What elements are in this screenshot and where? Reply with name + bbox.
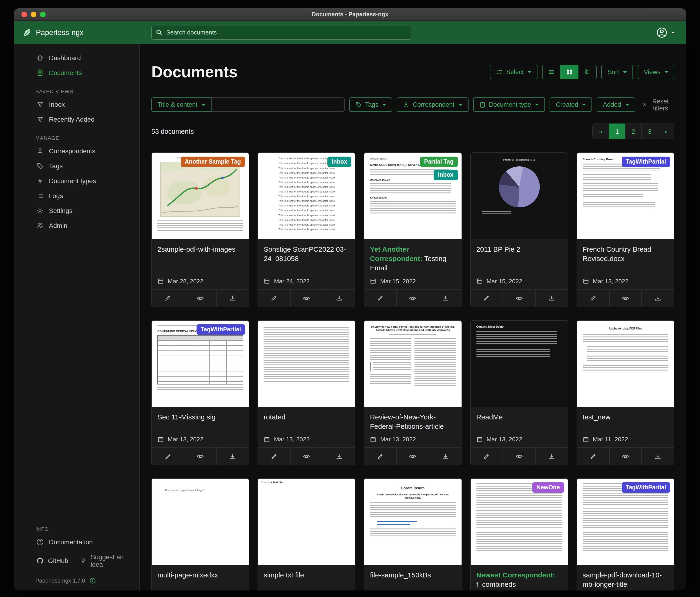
document-thumbnail[interactable] (258, 320, 355, 407)
sidebar-item-documentation[interactable]: Documentation (14, 534, 139, 549)
view-button[interactable] (396, 290, 429, 306)
document-thumbnail[interactable]: This is a test file. (258, 479, 355, 565)
sidebar-item-suggest-idea[interactable]: Suggest an idea (79, 553, 134, 568)
document-card[interactable]: This is a test file. simple txt file (257, 478, 355, 591)
download-button[interactable] (642, 448, 674, 464)
document-title[interactable]: French Country Bread Revised.docx (583, 245, 668, 264)
sidebar-item-documents[interactable]: Documents (14, 65, 139, 80)
document-title[interactable]: file-sample_150kBs (370, 570, 456, 580)
sidebar-item-document-types[interactable]: Document types (14, 173, 139, 188)
document-title[interactable]: 2sample-pdf-with-images (157, 245, 243, 254)
sidebar-item-github[interactable]: GitHub (36, 557, 68, 564)
edit-button[interactable] (365, 290, 396, 306)
edit-button[interactable] (471, 448, 502, 464)
sidebar-item-logs[interactable]: Logs (14, 188, 139, 203)
view-button[interactable] (609, 448, 641, 464)
document-thumbnail[interactable]: NewOne (471, 479, 568, 565)
document-card[interactable]: This is a multi page document. Page 1. m… (151, 478, 249, 591)
list-view-button[interactable] (542, 65, 560, 79)
tags-filter-button[interactable]: Tags (349, 98, 392, 112)
sidebar-item-inbox[interactable]: Inbox (14, 97, 139, 112)
grid-view-button[interactable] (560, 65, 579, 79)
edit-button[interactable] (258, 448, 290, 464)
view-button[interactable] (290, 290, 323, 306)
added-filter-button[interactable]: Added (597, 98, 635, 112)
download-button[interactable] (535, 290, 568, 306)
document-thumbnail[interactable]: Review of New York Federal Petitions for… (365, 320, 461, 407)
pagination-next-button[interactable]: » (658, 123, 674, 139)
document-thumbnail[interactable]: CONTINUING MEDICAL EDUCA TagWithPartial (152, 320, 249, 407)
document-title[interactable]: 2011 BP Pie 2 (476, 245, 562, 254)
view-button[interactable] (503, 448, 535, 464)
view-button[interactable] (609, 290, 641, 306)
download-button[interactable] (642, 290, 674, 306)
views-button[interactable]: Views (638, 65, 674, 79)
download-button[interactable] (323, 290, 355, 306)
tag-badge[interactable]: TagWithPartial (196, 324, 245, 335)
document-thumbnail[interactable]: This is a multi page document. Page 1. (152, 479, 249, 565)
document-card[interactable]: Another Sample Tag 2sample-pdf-with-imag… (151, 152, 249, 307)
sidebar-item-dashboard[interactable]: Dashboard (14, 50, 139, 65)
zoom-window-button[interactable] (40, 11, 46, 17)
sidebar-item-recently-added[interactable]: Recently Added (14, 112, 139, 127)
document-card[interactable]: Review of New York Federal Petitions for… (364, 320, 462, 465)
document-card[interactable]: NewOne Newest Correspondent f_combineds (470, 478, 568, 591)
document-card[interactable]: CONTINUING MEDICAL EDUCA TagWithPartial … (151, 320, 249, 465)
view-button[interactable] (184, 290, 216, 306)
edit-button[interactable] (152, 448, 184, 464)
pagination-page-2[interactable]: 2 (625, 123, 642, 139)
document-card[interactable]: Contact Sheet Demo ReadMe Mar 13, 2022 (470, 320, 568, 465)
edit-button[interactable] (471, 290, 502, 306)
pagination-prev-button[interactable]: « (593, 123, 609, 139)
document-title[interactable]: Sec 11-Missing sig (157, 412, 243, 422)
document-title[interactable]: Review-of-New-York-Federal-Petitions-art… (370, 412, 456, 431)
document-title[interactable]: test_new (583, 412, 668, 422)
sort-button[interactable]: Sort (601, 65, 633, 79)
document-thumbnail[interactable]: French Country Bread TagWithPartial (577, 153, 674, 239)
tag-badge[interactable]: TagWithPartial (622, 157, 670, 167)
document-card[interactable]: Release Notes Simba ODBC Driver for SQL … (364, 152, 462, 307)
download-button[interactable] (216, 448, 249, 464)
edit-button[interactable] (258, 290, 290, 306)
document-card[interactable]: Lorem ipsum Lorem ipsum dolor sit amet, … (364, 478, 462, 591)
sidebar-item-settings[interactable]: Settings (14, 203, 139, 218)
document-card[interactable]: This is a test for the double space char… (257, 152, 355, 307)
view-button[interactable] (184, 448, 216, 464)
edit-button[interactable] (577, 448, 609, 464)
tag-badge[interactable]: Inbox (327, 157, 351, 167)
document-title[interactable]: simple txt file (264, 570, 349, 580)
tag-badge[interactable]: TagWithPartial (622, 482, 670, 493)
document-thumbnail[interactable]: TagWithPartial (577, 479, 674, 565)
download-button[interactable] (323, 448, 355, 464)
created-filter-button[interactable]: Created (550, 98, 592, 112)
view-button[interactable] (290, 448, 323, 464)
document-card[interactable]: TagWithPartial sample-pdf-download-10-mb… (577, 478, 674, 591)
reset-filters-button[interactable]: Reset filters (640, 97, 674, 112)
pagination-page-3[interactable]: 3 (641, 123, 658, 139)
edit-button[interactable] (152, 290, 184, 306)
document-thumbnail[interactable]: This is a test for the double space char… (258, 153, 355, 239)
document-card[interactable]: Patient BP Distribution 2011 2011 BP Pie… (470, 152, 568, 307)
document-card[interactable]: Adobe Acrobat PDF Files test_new Mar 11,… (577, 320, 674, 465)
close-window-button[interactable] (21, 11, 27, 17)
document-thumbnail[interactable]: Lorem ipsum Lorem ipsum dolor sit amet, … (365, 479, 461, 565)
document-title[interactable]: Yet Another Correspondent Testing Email (370, 245, 456, 273)
edit-button[interactable] (577, 290, 609, 306)
search-input[interactable] (151, 25, 411, 39)
document-thumbnail[interactable]: Contact Sheet Demo (471, 320, 568, 407)
tag-badge[interactable]: Partial Tag (420, 157, 457, 167)
info-icon[interactable] (89, 577, 96, 584)
tag-badge[interactable]: Another Sample Tag (180, 157, 245, 167)
download-button[interactable] (429, 448, 461, 464)
download-button[interactable] (216, 290, 249, 306)
correspondent-filter-button[interactable]: Correspondent (397, 98, 469, 112)
view-button[interactable] (503, 290, 535, 306)
view-button[interactable] (396, 448, 429, 464)
document-thumbnail[interactable]: Another Sample Tag (152, 153, 249, 239)
sidebar-item-admin[interactable]: Admin (14, 218, 139, 233)
document-title[interactable]: Sonstige ScanPC2022 03-24_081058 (264, 245, 349, 264)
document-type-filter-button[interactable]: Document type (473, 98, 545, 112)
document-title[interactable]: multi-page-mixedxx (157, 570, 243, 580)
download-button[interactable] (429, 290, 461, 306)
pagination-page-1[interactable]: 1 (609, 123, 625, 139)
